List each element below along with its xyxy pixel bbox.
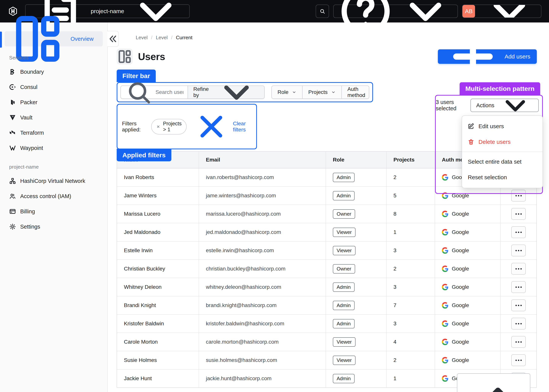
cell-role: Admin: [326, 370, 386, 387]
cell-projects: 3: [386, 242, 435, 259]
top-navigation-bar: project-name AB: [0, 0, 549, 22]
sidebar-item-billing[interactable]: Billing: [5, 204, 103, 219]
row-more-options-button[interactable]: [511, 208, 526, 220]
main-content: Level/Level/Current Users Add users Filt…: [108, 22, 549, 392]
role-badge: Admin: [333, 374, 355, 383]
sidebar-section-project: project-name: [9, 164, 98, 170]
cell-projects: 2: [386, 168, 435, 186]
cell-email: susie.holmes@hashicorp.com: [199, 351, 326, 369]
search-users-input[interactable]: [156, 89, 184, 95]
cell-role: Viewer: [326, 242, 386, 259]
selection-count: 3 users selected: [436, 99, 465, 112]
gear-icon: [9, 223, 16, 230]
sidebar-item-overview[interactable]: Overview: [5, 31, 103, 47]
sidebar-collapse-button[interactable]: [107, 31, 119, 47]
cell-actions: [500, 242, 536, 259]
credit-card-icon: [9, 208, 16, 215]
sidebar-item-consul[interactable]: Consul: [5, 79, 103, 95]
auth-provider-label: Google: [452, 302, 469, 308]
cell-name: Jackie Hunt: [117, 370, 199, 387]
chevron-down-icon: [369, 90, 369, 94]
row-more-options-button[interactable]: [511, 226, 526, 238]
cell-email: jackie.hunt@hashicorp.com: [199, 370, 326, 387]
sidebar-item-label: Packer: [20, 99, 37, 105]
table-row: Kristofer Baldwinkristofer.baldwin@hashi…: [117, 314, 536, 333]
cell-role: Owner: [326, 205, 386, 223]
selection-toolbar: 3 users selected Actions: [436, 96, 542, 112]
cell-role: Admin: [326, 278, 386, 296]
sidebar-item-access-control-iam-[interactable]: Access control (IAM): [5, 189, 103, 204]
filter-dropdown-auth-method[interactable]: Auth method: [342, 86, 370, 98]
role-badge: Owner: [333, 264, 355, 273]
row-more-options-button[interactable]: [511, 281, 526, 293]
cell-auth-method: Google: [435, 333, 500, 351]
cell-actions: [500, 260, 536, 278]
sidebar-item-packer[interactable]: Packer: [5, 95, 103, 110]
filter-chips: Projects > 1: [151, 119, 187, 134]
items-per-page-stepper[interactable]: 12: [457, 373, 530, 392]
menu-item-select-entire-data-set[interactable]: Select entire data set: [462, 154, 542, 169]
cell-email: jed.maldonado@hashicorp.com: [199, 223, 326, 241]
menu-item-edit-users[interactable]: Edit users: [462, 119, 542, 134]
cell-email: estelle.irwin@hashicorp.com: [199, 242, 326, 259]
menu-item-reset-selection[interactable]: Reset selection: [462, 169, 542, 185]
filter-dropdown-role[interactable]: Role: [272, 86, 302, 98]
column-header-role: Role: [326, 152, 386, 168]
sidebar-item-settings[interactable]: Settings: [5, 219, 103, 234]
role-badge: Admin: [333, 191, 355, 200]
google-icon: [442, 284, 448, 290]
cell-name: Whitney Deleon: [117, 278, 199, 296]
global-search-button[interactable]: [316, 5, 329, 18]
table-row: Estelle Irwinestelle.irwin@hashicorp.com…: [117, 241, 536, 259]
filter-dropdown-projects[interactable]: Projects: [302, 86, 341, 98]
annotation-applied-filters: Applied filters: [117, 149, 171, 161]
row-more-options-button[interactable]: [511, 354, 526, 366]
cell-auth-method: Google: [435, 205, 500, 223]
row-more-options-button[interactable]: [511, 336, 526, 348]
sidebar-item-label: Overview: [71, 36, 94, 42]
search-field: [121, 85, 188, 99]
terraform-icon: [9, 129, 16, 136]
sidebar-item-waypoint[interactable]: Waypoint: [5, 140, 103, 156]
clear-filters-button[interactable]: Clear filters: [192, 107, 252, 146]
actions-button[interactable]: Actions: [471, 99, 539, 112]
sidebar-item-label: Terraform: [20, 130, 44, 136]
breadcrumb-item[interactable]: Level: [156, 35, 168, 41]
auth-provider-label: Google: [452, 211, 469, 217]
auth-provider-label: Google: [452, 357, 469, 363]
sidebar-item-label: HashiCorp Virtual Network: [20, 178, 85, 184]
column-header-projects: Projects: [386, 152, 435, 168]
sidebar-item-vault[interactable]: Vault: [5, 110, 103, 125]
role-badge: Admin: [333, 301, 355, 310]
sidebar-item-label: Billing: [20, 208, 35, 215]
cell-role: Admin: [326, 168, 386, 186]
account-menu-button[interactable]: AB: [462, 5, 541, 18]
table-row: Jed Maldonadojed.maldonado@hashicorp.com…: [117, 223, 536, 241]
sidebar-item-label: Waypoint: [20, 145, 43, 151]
row-more-options-button[interactable]: [511, 299, 526, 311]
project-switcher-label: project-name: [91, 8, 124, 14]
menu-item-delete-users[interactable]: Delete users: [462, 134, 542, 150]
filter-bar: Refine by RoleProjectsAuth method: [117, 82, 373, 102]
table-body: Ivan Robertsivan.roberts@hashicorp.comAd…: [117, 168, 536, 387]
applied-filters-section: Filters applied: Projects > 1 Clear filt…: [117, 104, 257, 149]
sidebar-item-terraform[interactable]: Terraform: [5, 125, 103, 140]
sidebar-item-label: Settings: [20, 224, 40, 230]
help-menu-button[interactable]: [333, 5, 458, 18]
row-more-options-button[interactable]: [511, 263, 526, 275]
cell-name: Estelle Irwin: [117, 242, 199, 259]
auth-provider-label: Google: [452, 266, 469, 272]
breadcrumb-separator: /: [171, 35, 172, 41]
row-more-options-button[interactable]: [511, 318, 526, 329]
google-icon: [442, 320, 448, 327]
cell-projects: 4: [386, 333, 435, 351]
breadcrumb-item[interactable]: Level: [136, 35, 148, 41]
sidebar-item-hashicorp-virtual-network[interactable]: HashiCorp Virtual Network: [5, 173, 103, 189]
refine-by-button[interactable]: Refine by: [188, 85, 264, 99]
filter-chip[interactable]: Projects > 1: [151, 119, 187, 134]
page-title: Users: [138, 51, 165, 62]
double-chevron-left-icon: [107, 33, 118, 44]
add-users-button[interactable]: Add users: [438, 49, 537, 64]
row-more-options-button[interactable]: [511, 245, 526, 256]
cell-projects: 1: [386, 223, 435, 241]
